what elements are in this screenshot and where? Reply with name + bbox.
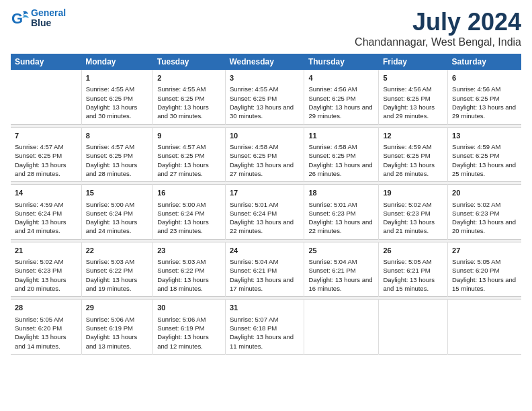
- sunrise: Sunrise: 5:01 AM: [308, 201, 357, 208]
- calendar-cell: 12Sunrise: 4:59 AMSunset: 6:25 PMDayligh…: [379, 127, 448, 182]
- daylight: Daylight: 13 hours and 26 minutes.: [383, 161, 435, 177]
- sunrise: Sunrise: 4:58 AM: [308, 143, 357, 150]
- sunset: Sunset: 6:21 PM: [383, 267, 430, 274]
- sunset: Sunset: 6:25 PM: [452, 152, 499, 159]
- day-number: 5: [383, 73, 443, 83]
- calendar-cell: 1Sunrise: 4:55 AMSunset: 6:25 PMDaylight…: [81, 70, 152, 124]
- daylight: Daylight: 13 hours and 29 minutes.: [383, 103, 435, 120]
- day-number: 28: [15, 303, 77, 313]
- day-number: 9: [157, 131, 221, 141]
- calendar-cell: 7Sunrise: 4:57 AMSunset: 6:25 PMDaylight…: [11, 127, 81, 182]
- day-number: 18: [308, 188, 374, 198]
- sunset: Sunset: 6:19 PM: [157, 324, 204, 332]
- calendar-cell: 5Sunrise: 4:56 AMSunset: 6:25 PMDaylight…: [379, 70, 448, 124]
- sunset: Sunset: 6:20 PM: [452, 267, 499, 274]
- day-number: 14: [15, 188, 77, 198]
- calendar-cell: 14Sunrise: 4:59 AMSunset: 6:24 PMDayligh…: [11, 185, 81, 240]
- daylight: Daylight: 13 hours and 22 minutes.: [230, 218, 294, 234]
- daylight: Daylight: 13 hours and 11 minutes.: [230, 333, 294, 349]
- sunset: Sunset: 6:24 PM: [157, 210, 204, 217]
- day-number: 6: [452, 73, 517, 83]
- sunrise: Sunrise: 5:07 AM: [230, 316, 278, 323]
- sunset: Sunset: 6:25 PM: [308, 152, 355, 159]
- day-number: 31: [230, 303, 300, 313]
- calendar-cell: 3Sunrise: 4:55 AMSunset: 6:25 PMDaylight…: [225, 70, 304, 124]
- sunset: Sunset: 6:24 PM: [15, 210, 62, 217]
- day-number: 10: [230, 131, 300, 141]
- sunset: Sunset: 6:19 PM: [86, 324, 133, 332]
- sunset: Sunset: 6:23 PM: [308, 210, 355, 217]
- daylight: Daylight: 13 hours and 20 minutes.: [452, 218, 516, 234]
- col-thursday: Thursday: [304, 54, 379, 70]
- sunset: Sunset: 6:18 PM: [230, 324, 277, 332]
- sunrise: Sunrise: 4:57 AM: [157, 143, 206, 150]
- calendar-cell: 22Sunrise: 5:03 AMSunset: 6:22 PMDayligh…: [81, 242, 152, 297]
- calendar-week-row: 1Sunrise: 4:55 AMSunset: 6:25 PMDaylight…: [11, 70, 521, 124]
- daylight: Daylight: 13 hours and 26 minutes.: [308, 161, 372, 177]
- sunrise: Sunrise: 4:55 AM: [157, 85, 206, 93]
- calendar-week-row: 14Sunrise: 4:59 AMSunset: 6:24 PMDayligh…: [11, 185, 521, 240]
- sunset: Sunset: 6:25 PM: [86, 152, 133, 159]
- calendar-week-row: 28Sunrise: 5:05 AMSunset: 6:20 PMDayligh…: [11, 300, 521, 355]
- daylight: Daylight: 13 hours and 18 minutes.: [157, 276, 209, 292]
- sunrise: Sunrise: 5:05 AM: [15, 316, 63, 323]
- col-sunday: Sunday: [11, 54, 81, 70]
- sunset: Sunset: 6:24 PM: [86, 210, 133, 217]
- daylight: Daylight: 13 hours and 24 minutes.: [86, 218, 138, 234]
- sunset: Sunset: 6:23 PM: [452, 210, 499, 217]
- sunset: Sunset: 6:25 PM: [230, 95, 277, 102]
- calendar-cell: 6Sunrise: 4:56 AMSunset: 6:25 PMDaylight…: [448, 70, 521, 124]
- daylight: Daylight: 13 hours and 19 minutes.: [86, 276, 138, 292]
- daylight: Daylight: 13 hours and 12 minutes.: [157, 333, 209, 349]
- main-title: July 2024: [355, 8, 521, 36]
- calendar-cell: 29Sunrise: 5:06 AMSunset: 6:19 PMDayligh…: [81, 300, 152, 355]
- calendar-cell: 18Sunrise: 5:01 AMSunset: 6:23 PMDayligh…: [304, 185, 379, 240]
- sunset: Sunset: 6:23 PM: [15, 267, 62, 274]
- calendar-cell: 2Sunrise: 4:55 AMSunset: 6:25 PMDaylight…: [153, 70, 226, 124]
- sunset: Sunset: 6:25 PM: [86, 95, 133, 102]
- day-number: 11: [308, 131, 374, 141]
- daylight: Daylight: 13 hours and 29 minutes.: [452, 103, 516, 120]
- svg-text:G: G: [11, 10, 23, 27]
- col-tuesday: Tuesday: [153, 54, 226, 70]
- sunset: Sunset: 6:25 PM: [383, 95, 430, 102]
- sunset: Sunset: 6:25 PM: [157, 152, 204, 159]
- calendar-cell: 17Sunrise: 5:01 AMSunset: 6:24 PMDayligh…: [225, 185, 304, 240]
- sunrise: Sunrise: 4:55 AM: [230, 85, 278, 93]
- calendar-cell: 16Sunrise: 5:00 AMSunset: 6:24 PMDayligh…: [153, 185, 226, 240]
- sunrise: Sunrise: 5:05 AM: [452, 258, 500, 265]
- sunset: Sunset: 6:21 PM: [308, 267, 355, 274]
- day-number: 4: [308, 73, 374, 83]
- sunset: Sunset: 6:25 PM: [452, 95, 499, 102]
- calendar-cell: 25Sunrise: 5:04 AMSunset: 6:21 PMDayligh…: [304, 242, 379, 297]
- daylight: Daylight: 13 hours and 21 minutes.: [383, 218, 435, 234]
- day-number: 21: [15, 246, 77, 256]
- col-friday: Friday: [379, 54, 448, 70]
- sunrise: Sunrise: 5:00 AM: [157, 201, 206, 208]
- calendar-cell: 13Sunrise: 4:59 AMSunset: 6:25 PMDayligh…: [448, 127, 521, 182]
- sunset: Sunset: 6:25 PM: [15, 152, 62, 159]
- sunset: Sunset: 6:25 PM: [383, 152, 430, 159]
- sunrise: Sunrise: 4:59 AM: [452, 143, 500, 150]
- day-number: 26: [383, 246, 443, 256]
- sunrise: Sunrise: 4:59 AM: [383, 143, 431, 150]
- calendar-cell: 28Sunrise: 5:05 AMSunset: 6:20 PMDayligh…: [11, 300, 81, 355]
- day-number: 24: [230, 246, 300, 256]
- subtitle: Chandannagar, West Bengal, India: [355, 36, 521, 48]
- sunset: Sunset: 6:25 PM: [157, 95, 204, 102]
- day-number: 1: [86, 73, 148, 83]
- daylight: Daylight: 13 hours and 22 minutes.: [308, 218, 372, 234]
- daylight: Daylight: 13 hours and 13 minutes.: [86, 333, 138, 349]
- sunrise: Sunrise: 4:57 AM: [86, 143, 134, 150]
- day-number: 12: [383, 131, 443, 141]
- sunrise: Sunrise: 5:04 AM: [308, 258, 357, 265]
- logo: G General Blue: [11, 8, 66, 29]
- logo-icon: G: [11, 9, 30, 28]
- title-block: July 2024 Chandannagar, West Bengal, Ind…: [355, 8, 521, 48]
- daylight: Daylight: 13 hours and 15 minutes.: [383, 276, 435, 292]
- col-wednesday: Wednesday: [225, 54, 304, 70]
- daylight: Daylight: 13 hours and 24 minutes.: [15, 218, 66, 234]
- sunrise: Sunrise: 5:01 AM: [230, 201, 278, 208]
- col-monday: Monday: [81, 54, 152, 70]
- daylight: Daylight: 13 hours and 29 minutes.: [308, 103, 372, 120]
